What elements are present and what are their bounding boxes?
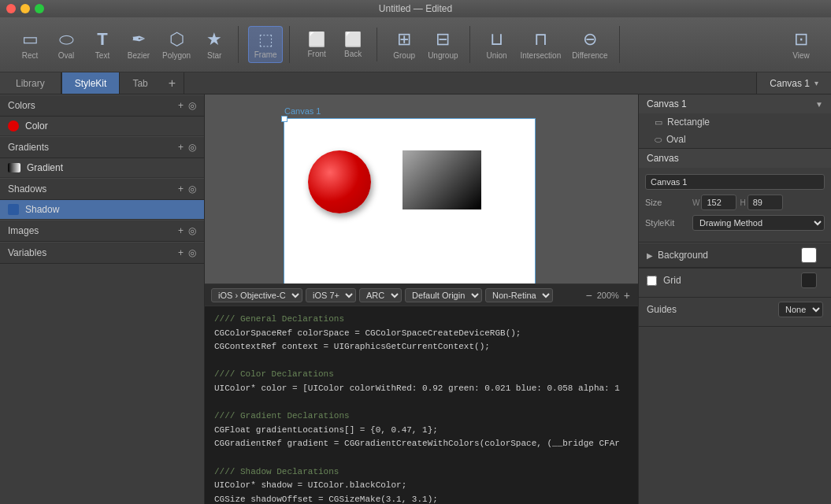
stylekit-select[interactable]: Drawing Method [692,215,825,231]
images-add-button[interactable]: + [178,225,184,236]
images-settings-button[interactable]: ◎ [188,225,196,236]
colors-section-header: Colors + ◎ [0,94,204,117]
view-tool[interactable]: ⊡ View [784,26,818,63]
oval-tree-item[interactable]: ⬭ Oval [639,131,831,148]
oval-label: Oval [58,51,75,60]
canvas-tab[interactable]: Canvas 1 ▾ [756,72,831,94]
difference-tool[interactable]: ⊖ Difference [567,26,612,63]
background-title: Background [658,250,708,261]
left-sidebar: Colors + ◎ Color Gradients + ◎ Gradient … [0,94,205,504]
intersection-tool[interactable]: ⊓ Intersection [516,26,566,63]
close-button[interactable] [6,4,16,13]
colors-settings-button[interactable]: ◎ [188,100,196,111]
version-select[interactable]: iOS 7+ [306,288,356,302]
colors-add-button[interactable]: + [178,100,184,111]
variables-section-title: Variables [8,247,46,258]
bezier-tool[interactable]: ✒ Bezier [121,26,156,63]
height-input[interactable] [748,195,783,210]
canvas-resize-handle[interactable] [281,116,288,122]
union-tool[interactable]: ⊔ Union [480,26,514,63]
oval-icon: ⬭ [59,29,74,50]
gradients-settings-button[interactable]: ◎ [188,142,196,153]
group-tool[interactable]: ⊞ Group [387,26,421,63]
canvas-frame[interactable]: Canvas 1 [284,118,536,299]
canvas-name-input[interactable] [645,174,825,190]
rectangle-tree-item[interactable]: ▭ Rectangle [639,113,831,131]
guides-select[interactable]: None [778,302,823,317]
titlebar: Untitled — Edited [0,0,831,17]
polygon-tool[interactable]: ⬡ Polygon [158,26,195,63]
gradients-section-header: Gradients + ◎ [0,136,204,158]
oval-shape[interactable] [308,150,371,213]
rect-label: Rect [22,51,39,60]
group-label: Group [393,51,415,60]
polygon-label: Polygon [162,51,191,60]
ungroup-tool[interactable]: ⊟ Ungroup [423,26,462,63]
background-header[interactable]: ▶ Background [639,243,831,268]
text-tool[interactable]: T Text [85,26,120,63]
oval-tool[interactable]: ⬭ Oval [49,26,83,63]
frame-tool[interactable]: ⬚ Frame [248,26,283,63]
ungroup-icon: ⊟ [436,29,450,50]
code-line-6: //// Gradient Declarations [214,410,629,424]
shadow-item[interactable]: Shadow [0,200,204,220]
canvas-tree-section: Canvas 1 ▼ ▭ Rectangle ⬭ Oval [639,94,831,149]
grid-color-preview[interactable] [801,272,817,288]
background-section: ▶ Background [639,243,831,269]
shadows-add-button[interactable]: + [178,183,184,195]
group-tools: ⊞ Group ⊟ Ungroup [380,26,469,63]
code-content[interactable]: //// General Declarations CGColorSpaceRe… [205,306,638,504]
background-color-preview[interactable] [801,247,817,263]
retina-select[interactable]: Non-Retina [485,288,553,302]
stylekit-tab[interactable]: StyleKit [62,72,120,94]
canvas-properties-section: Canvas Size W H [639,149,831,243]
rect-tool[interactable]: ▭ Rect [13,26,47,63]
bezier-label: Bezier [128,51,150,60]
stylekit-row: StyleKit Drawing Method [645,215,825,231]
zoom-out-button[interactable]: − [584,289,593,302]
images-section-title: Images [8,225,39,236]
rectangle-tree-label: Rectangle [667,117,710,128]
star-icon: ★ [206,29,222,50]
code-line-2: CGColorSpaceRef colorSpace = CGColorSpac… [214,327,629,341]
gradient-item[interactable]: Gradient [0,158,204,178]
add-tab-button[interactable]: + [161,72,184,94]
color-item[interactable]: Color [0,117,204,136]
zoom-controls: − 200% + [584,289,632,302]
rectangle-shape[interactable] [403,150,481,209]
difference-icon: ⊖ [583,29,597,50]
back-tool[interactable]: ⬜ Back [336,28,370,61]
target-select[interactable]: iOS › Objective-C [211,288,302,302]
maximize-button[interactable] [35,4,44,13]
variables-add-button[interactable]: + [178,247,184,258]
gradients-add-button[interactable]: + [178,142,184,153]
zoom-level: 200% [597,291,619,300]
shadows-settings-button[interactable]: ◎ [188,183,196,195]
library-section: Library [0,72,62,94]
minimize-button[interactable] [20,4,30,13]
grid-checkbox[interactable] [647,276,657,286]
union-icon: ⊔ [490,29,503,50]
difference-label: Difference [572,51,607,60]
arc-select[interactable]: ARC [359,288,402,302]
images-section-actions: + ◎ [178,225,196,236]
front-tool[interactable]: ⬜ Front [299,28,334,61]
library-tab[interactable]: Library [0,72,61,94]
code-line-7: CGFloat gradientLocations[] = {0, 0.47, … [214,424,629,438]
canvas-tree-header[interactable]: Canvas 1 ▼ [639,94,831,113]
origin-select[interactable]: Default Origin [405,288,482,302]
canvas-tree-arrow: ▼ [815,100,823,109]
color-item-label: Color [25,120,48,132]
shadows-section-header: Shadows + ◎ [0,178,204,200]
zoom-in-button[interactable]: + [622,289,632,302]
tab-tab[interactable]: Tab [120,72,160,94]
shadow-item-label: Shadow [25,204,59,215]
name-row [645,174,825,190]
gradient-swatch [8,163,20,172]
variables-settings-button[interactable]: ◎ [188,247,196,258]
colors-section-title: Colors [8,100,35,111]
width-input[interactable] [701,195,736,210]
view-label: View [792,51,810,60]
star-tool[interactable]: ★ Star [197,26,232,63]
text-icon: T [97,29,107,50]
